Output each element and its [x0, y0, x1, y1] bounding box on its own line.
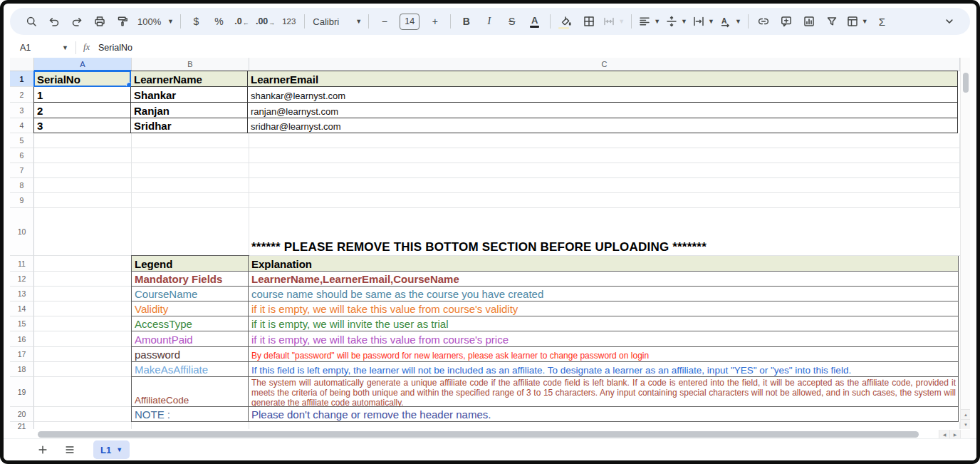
row-header-3[interactable]: 3 — [10, 103, 34, 118]
font-family-button[interactable]: Calibri▼ — [309, 12, 364, 31]
row-header-21[interactable]: 21 — [10, 422, 34, 429]
cell-A12[interactable] — [34, 272, 132, 287]
cell-C5[interactable] — [249, 133, 960, 148]
cell-A9[interactable] — [34, 193, 132, 208]
insert-link-button[interactable] — [753, 12, 775, 31]
cell-A20[interactable] — [34, 407, 132, 422]
cell-B2[interactable]: Shankar — [130, 86, 248, 103]
vertical-scrollbar-thumb[interactable] — [963, 73, 969, 93]
row-header-10[interactable]: 10 — [10, 208, 34, 256]
sheet-tab-L1[interactable]: L1 ▼ — [93, 440, 130, 459]
column-header-B[interactable]: B — [132, 58, 249, 71]
cell-B11[interactable]: Legend — [131, 255, 249, 272]
row-header-2[interactable]: 2 — [10, 87, 34, 103]
cell-B7[interactable] — [132, 163, 249, 178]
cell-A17[interactable] — [34, 347, 132, 362]
cell-A10[interactable] — [34, 208, 132, 256]
scroll-down-icon[interactable]: ▼ — [961, 419, 970, 429]
cell-C14[interactable]: if it is empty, we will take this value … — [248, 301, 959, 316]
horizontal-align-button[interactable]: ▼ — [636, 12, 662, 31]
cell-A18[interactable] — [34, 362, 132, 377]
bold-button[interactable]: B — [455, 12, 477, 31]
cell-C17[interactable]: By default "password" will be password f… — [248, 346, 959, 362]
row-header-5[interactable]: 5 — [10, 133, 34, 148]
cell-B9[interactable] — [132, 193, 249, 208]
column-header-A[interactable]: A — [34, 58, 132, 71]
cell-A5[interactable] — [34, 133, 132, 148]
row-header-9[interactable]: 9 — [10, 193, 34, 208]
cell-A16[interactable] — [34, 331, 132, 347]
cell-A4[interactable]: 3 — [33, 118, 131, 133]
cell-C8[interactable] — [249, 178, 960, 193]
cell-B21[interactable] — [132, 422, 249, 429]
redo-button[interactable] — [66, 12, 88, 31]
row-header-12[interactable]: 12 — [10, 272, 34, 287]
cell-B20[interactable]: NOTE : — [131, 406, 249, 422]
row-header-8[interactable]: 8 — [10, 178, 34, 193]
cell-A8[interactable] — [34, 178, 132, 193]
row-header-1[interactable]: 1 — [10, 71, 34, 87]
create-filter-button[interactable] — [821, 12, 843, 31]
cell-C18[interactable]: If this field is left empty, the learner… — [248, 361, 959, 377]
paint-format-button[interactable] — [111, 12, 133, 31]
decrease-font-size-button[interactable]: − — [373, 12, 395, 31]
fill-color-button[interactable] — [555, 12, 577, 31]
cell-B8[interactable] — [132, 178, 249, 193]
print-button[interactable] — [88, 12, 110, 31]
functions-button[interactable]: Σ — [871, 12, 893, 31]
more-formats-button[interactable]: 123 — [278, 12, 300, 31]
cell-B4[interactable]: Sridhar — [130, 118, 248, 133]
cell-A2[interactable]: 1 — [33, 86, 131, 103]
column-header-C[interactable]: C — [249, 58, 960, 71]
collapse-toolbar-button[interactable] — [938, 12, 960, 31]
row-header-15[interactable]: 15 — [10, 316, 34, 331]
row-header-18[interactable]: 18 — [10, 362, 34, 377]
cell-A14[interactable] — [34, 301, 132, 316]
row-header-14[interactable]: 14 — [10, 301, 34, 316]
borders-button[interactable] — [578, 12, 600, 31]
cell-B19[interactable]: AffiliateCode — [131, 376, 249, 407]
cell-C13[interactable]: course name should be same as the course… — [248, 286, 959, 301]
cell-B18[interactable]: MakeAsAffiliate — [131, 361, 249, 377]
row-header-4[interactable]: 4 — [10, 118, 34, 133]
decrease-decimal-places-button[interactable]: .0← — [231, 12, 253, 31]
table-views-button[interactable]: ▼ — [844, 12, 870, 31]
cell-A21[interactable] — [34, 422, 132, 429]
cell-C7[interactable] — [249, 163, 960, 178]
cell-C6[interactable] — [249, 148, 960, 163]
chevron-down-icon[interactable]: ▼ — [62, 44, 68, 51]
row-header-7[interactable]: 7 — [10, 163, 34, 178]
cell-B13[interactable]: CourseName — [131, 286, 249, 301]
cell-A1[interactable]: SerialNo — [33, 71, 131, 87]
italic-button[interactable]: I — [478, 12, 500, 31]
format-as-percent-button[interactable]: % — [208, 12, 230, 31]
name-box[interactable]: A1 ▼ — [10, 43, 75, 53]
row-header-6[interactable]: 6 — [10, 148, 34, 163]
cell-C21[interactable] — [249, 422, 960, 429]
chevron-down-icon[interactable]: ▼ — [116, 446, 123, 453]
cell-C11[interactable]: Explanation — [248, 255, 959, 272]
cell-B14[interactable]: Validity — [131, 301, 249, 316]
select-all-corner[interactable] — [10, 58, 34, 71]
cell-C3[interactable]: ranjan@learnyst.com — [247, 102, 958, 118]
cell-C19[interactable]: The system will automatically generate a… — [248, 376, 959, 407]
cell-A6[interactable] — [34, 148, 132, 163]
cell-A19[interactable] — [34, 377, 132, 407]
row-header-16[interactable]: 16 — [10, 331, 34, 347]
row-header-19[interactable]: 19 — [10, 377, 34, 407]
row-header-11[interactable]: 11 — [10, 256, 34, 272]
horizontal-scrollbar-thumb[interactable] — [38, 431, 919, 438]
cell-A7[interactable] — [34, 163, 132, 178]
all-sheets-button[interactable] — [61, 440, 79, 459]
format-as-currency-button[interactable]: $ — [185, 12, 207, 31]
cell-B15[interactable]: AccessType — [131, 316, 249, 331]
cell-A3[interactable]: 2 — [33, 102, 131, 118]
strikethrough-button[interactable]: S — [501, 12, 523, 31]
formula-input[interactable]: SerialNo — [98, 43, 132, 53]
cell-B5[interactable] — [132, 133, 249, 148]
vertical-scrollbar[interactable]: ▲ ▼ — [960, 58, 970, 429]
font-size-button[interactable]: 14 — [396, 12, 423, 31]
zoom-button[interactable]: 100%▼ — [134, 12, 176, 31]
selection-handle[interactable] — [126, 82, 131, 87]
cell-A13[interactable] — [34, 287, 132, 301]
